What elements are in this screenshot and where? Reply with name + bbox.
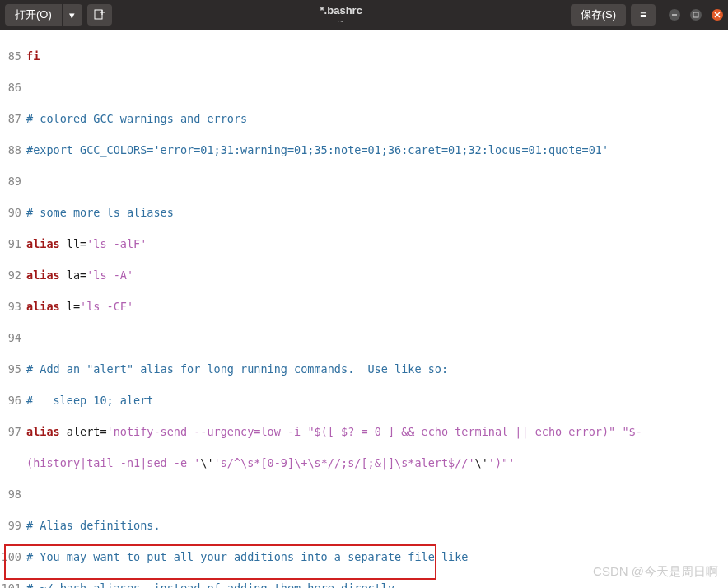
title-container: *.bashrc ~: [117, 4, 566, 26]
code-token: alias: [26, 237, 60, 250]
code-token: la=: [60, 268, 87, 282]
line-number: 96: [0, 393, 25, 408]
code-token: # sleep 10; alert: [26, 394, 153, 407]
line-number: 99: [0, 518, 25, 534]
close-button[interactable]: [712, 9, 723, 21]
minimize-button[interactable]: [669, 9, 680, 21]
svg-rect-0: [95, 10, 102, 19]
line-number: [0, 455, 25, 471]
line-number: 101: [0, 581, 25, 588]
line-number: 100: [0, 549, 25, 565]
line-number: 92: [0, 268, 25, 283]
svg-rect-4: [693, 12, 698, 17]
new-tab-button[interactable]: [87, 4, 112, 26]
code-token: # colored GCC warnings and errors: [26, 112, 247, 125]
code-token: # Add an "alert" alias for long running …: [26, 362, 448, 376]
save-button[interactable]: 保存(S): [571, 4, 626, 26]
document-path: ~: [117, 16, 566, 26]
code-token: \': [200, 456, 213, 469]
line-number: 93: [0, 299, 25, 315]
code-token: # Alias definitions.: [26, 519, 161, 532]
line-number: 95: [0, 362, 25, 377]
code-token: 'ls -alF': [86, 237, 147, 250]
line-number: 94: [0, 330, 25, 346]
code-token: 'notify-send --urgency=low -i "$([ $? = …: [107, 425, 642, 438]
code-token: ll=: [60, 237, 87, 250]
line-number: 87: [0, 111, 25, 127]
code-token: l=: [60, 300, 80, 313]
line-number: 91: [0, 236, 25, 252]
line-number: 89: [0, 174, 25, 189]
line-number: 97: [0, 424, 25, 440]
open-button[interactable]: 打开(O): [5, 4, 62, 26]
window-controls: [669, 9, 723, 21]
document-title: *.bashrc: [117, 4, 566, 16]
code-token: (history|tail -n1|sed -e ': [26, 456, 200, 469]
code-token: # some more ls aliases: [26, 206, 174, 219]
hamburger-menu-button[interactable]: ≡: [631, 4, 656, 26]
code-token: 'ls -CF': [80, 300, 133, 313]
code-token: ')"': [488, 456, 516, 469]
line-number: 88: [0, 142, 25, 158]
code-token: alias: [26, 300, 60, 313]
line-number: 98: [0, 487, 25, 502]
code-token: # ~/.bash_aliases, instead of adding the…: [26, 581, 401, 588]
titlebar: 打开(O) ▾ *.bashrc ~ 保存(S) ≡: [0, 0, 728, 30]
code-token: alert=: [60, 425, 107, 438]
line-number: 86: [0, 80, 25, 96]
code-token: alias: [26, 268, 60, 282]
code-token: # You may want to put all your additions…: [26, 550, 468, 563]
line-number: 85: [0, 49, 25, 64]
maximize-button[interactable]: [690, 9, 702, 21]
open-dropdown[interactable]: ▾: [63, 4, 82, 26]
code-token: 's/^\s*[0-9]\+\s*//;s/[;&|]\s*alert$//': [214, 456, 475, 469]
line-number: 90: [0, 205, 25, 221]
code-token: 'ls -A': [86, 268, 133, 282]
code-editor[interactable]: 85fi 86 87# colored GCC warnings and err…: [0, 30, 728, 588]
code-token: #export GCC_COLORS='error=01;31:warning=…: [26, 143, 609, 156]
code-token: fi: [26, 49, 40, 63]
code-token: alias: [26, 425, 60, 438]
code-token: \': [475, 456, 488, 469]
